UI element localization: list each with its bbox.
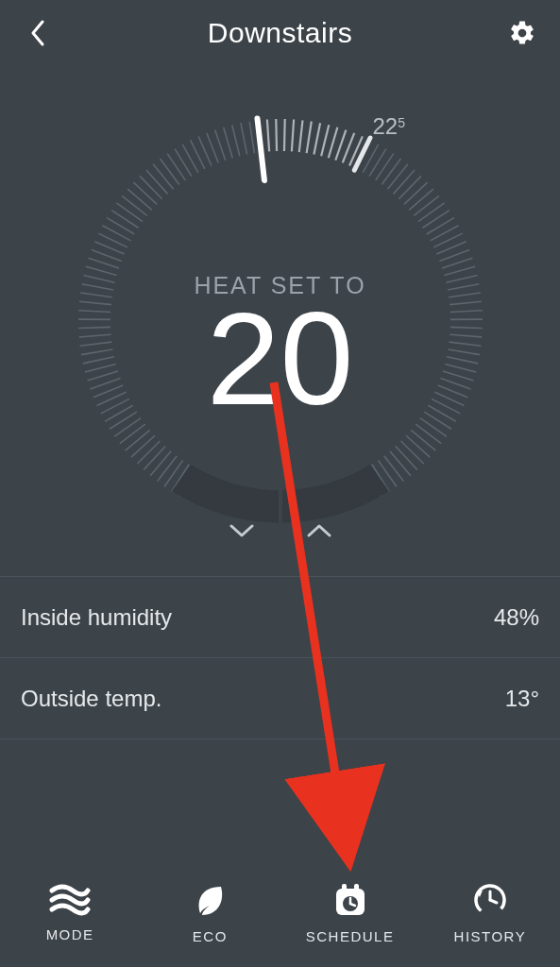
svg-line-45 — [160, 159, 178, 184]
svg-line-39 — [122, 195, 147, 215]
svg-line-58 — [266, 119, 268, 151]
temp-up-button[interactable] — [302, 514, 336, 548]
svg-line-35 — [102, 226, 130, 241]
outside-label: Outside temp. — [21, 686, 161, 712]
svg-line-79 — [409, 189, 433, 210]
tab-label: ECO — [193, 928, 228, 944]
svg-line-62 — [298, 120, 302, 152]
tab-label: SCHEDULE — [306, 928, 395, 944]
svg-line-46 — [167, 154, 185, 180]
svg-line-63 — [306, 122, 311, 154]
thermostat-dial[interactable]: HEAT SET TO 20 225 — [0, 66, 560, 576]
svg-line-43 — [145, 170, 167, 194]
gear-icon — [508, 19, 536, 47]
svg-line-111 — [411, 430, 435, 450]
tab-label: MODE — [46, 926, 94, 942]
svg-line-54 — [231, 125, 239, 156]
svg-line-8 — [125, 430, 149, 450]
svg-line-31 — [88, 258, 118, 268]
svg-line-74 — [382, 159, 400, 184]
tab-bar: MODE ECO SCHEDULE HISTORY — [0, 857, 560, 967]
svg-line-3 — [157, 456, 177, 482]
svg-line-66 — [328, 127, 337, 159]
svg-line-53 — [223, 127, 232, 159]
tab-mode[interactable]: MODE — [0, 857, 140, 967]
svg-line-114 — [395, 446, 416, 469]
svg-line-112 — [406, 435, 430, 457]
ambient-frac: 5 — [398, 115, 405, 130]
chevron-left-icon — [28, 19, 47, 47]
temp-down-button[interactable] — [225, 514, 259, 548]
svg-line-9 — [119, 424, 144, 444]
svg-line-59 — [276, 119, 277, 151]
stats-section: Inside humidity 48% Outside temp. 13° — [0, 576, 560, 739]
svg-line-47 — [175, 149, 192, 177]
svg-line-72 — [369, 149, 386, 177]
svg-line-55 — [240, 123, 246, 154]
setpoint-value: 20 — [0, 293, 560, 425]
svg-line-6 — [137, 441, 160, 464]
svg-line-52 — [214, 130, 225, 161]
svg-line-80 — [414, 195, 439, 215]
svg-line-48 — [182, 144, 197, 173]
ambient-int: 22 — [373, 113, 399, 139]
svg-line-81 — [417, 203, 444, 222]
svg-line-110 — [416, 424, 441, 444]
svg-line-65 — [321, 125, 329, 156]
svg-line-5 — [144, 446, 165, 469]
svg-line-76 — [393, 170, 415, 194]
svg-line-113 — [400, 441, 423, 464]
svg-line-75 — [387, 164, 407, 189]
svg-line-116 — [383, 456, 403, 482]
schedule-icon — [331, 881, 369, 919]
svg-line-36 — [107, 218, 134, 234]
svg-line-73 — [375, 154, 393, 180]
svg-line-121 — [354, 138, 370, 170]
back-button[interactable] — [17, 12, 59, 54]
humidity-value: 48% — [494, 604, 539, 631]
tab-label: HISTORY — [454, 928, 527, 944]
mode-icon — [49, 883, 91, 917]
svg-line-64 — [314, 123, 320, 154]
leaf-icon — [191, 881, 229, 919]
svg-line-4 — [150, 451, 171, 476]
tab-schedule[interactable]: SCHEDULE — [280, 857, 420, 967]
outside-temp-row[interactable]: Outside temp. 13° — [0, 658, 560, 739]
svg-line-7 — [130, 435, 154, 457]
header: Downstairs — [0, 0, 560, 66]
svg-line-44 — [153, 164, 173, 189]
svg-line-56 — [249, 122, 254, 154]
svg-line-83 — [426, 218, 453, 234]
svg-line-41 — [133, 182, 157, 204]
chevron-up-icon — [305, 521, 333, 540]
svg-line-42 — [140, 176, 162, 198]
outside-value: 13° — [505, 686, 539, 712]
history-icon — [471, 881, 509, 919]
svg-line-78 — [403, 182, 427, 204]
humidity-row[interactable]: Inside humidity 48% — [0, 577, 560, 658]
svg-line-132 — [490, 900, 497, 903]
humidity-label: Inside humidity — [21, 604, 172, 631]
svg-line-61 — [291, 119, 293, 151]
tab-eco[interactable]: ECO — [140, 857, 280, 967]
svg-line-77 — [399, 176, 421, 198]
svg-rect-125 — [354, 884, 359, 893]
settings-button[interactable] — [501, 12, 543, 54]
svg-rect-124 — [342, 884, 347, 893]
svg-line-37 — [111, 211, 138, 229]
svg-line-120 — [257, 118, 263, 180]
svg-line-60 — [283, 119, 284, 151]
svg-line-82 — [422, 211, 449, 229]
svg-line-115 — [389, 451, 410, 476]
svg-line-38 — [116, 203, 143, 222]
svg-line-40 — [127, 189, 152, 210]
svg-line-88 — [442, 258, 472, 268]
ambient-temp: 225 — [373, 113, 406, 140]
chevron-down-icon — [228, 521, 256, 540]
tab-history[interactable]: HISTORY — [420, 857, 560, 967]
svg-line-84 — [430, 226, 458, 241]
page-title: Downstairs — [208, 17, 352, 49]
